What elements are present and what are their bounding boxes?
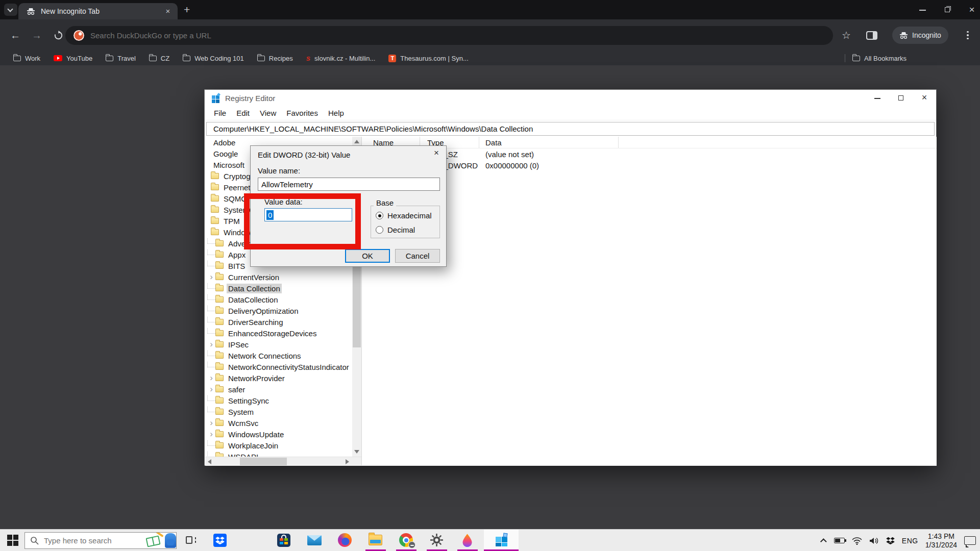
registry-editor-taskbar-tile[interactable]: [484, 530, 519, 551]
registry-minimize-button[interactable]: [866, 90, 889, 106]
bookmark-cz[interactable]: CZ: [149, 55, 169, 62]
ok-button[interactable]: OK: [345, 249, 390, 263]
firefox-icon[interactable]: [338, 533, 352, 547]
tree-item-workplacejoin[interactable]: WorkplaceJoin: [207, 440, 352, 451]
menu-view[interactable]: View: [255, 109, 281, 117]
menu-file[interactable]: File: [209, 109, 231, 117]
task-view-icon[interactable]: [184, 535, 196, 545]
browser-menu-icon[interactable]: [964, 30, 972, 40]
value-row-allowtelemetry[interactable]: AllowTelemetryREG_DWORD0x00000000 (0): [362, 160, 937, 171]
file-explorer-icon[interactable]: [369, 533, 383, 547]
tree-item-deliveryoptimization[interactable]: DeliveryOptimization: [207, 305, 352, 316]
tree-item-network-connections[interactable]: Network Connections: [207, 350, 352, 361]
all-bookmarks-button[interactable]: All Bookmarks: [852, 55, 906, 62]
registry-address-bar[interactable]: Computer\HKEY_LOCAL_MACHINE\SOFTWARE\Pol…: [206, 122, 935, 136]
radio-selected-icon[interactable]: [376, 212, 383, 219]
dropbox-taskbar-icon[interactable]: [213, 533, 227, 547]
bookmark-recipes[interactable]: Recipes: [257, 55, 293, 62]
tree-item-currentversion[interactable]: ›CurrentVersion: [207, 271, 352, 283]
tree-item-driversearching[interactable]: DriverSearching: [207, 316, 352, 328]
tree-item-settingsync[interactable]: SettingSync: [207, 395, 352, 406]
registry-titlebar[interactable]: Registry Editor ×: [205, 90, 936, 106]
tree-item-wsdapi[interactable]: WSDAPI: [207, 451, 352, 457]
bookmark-work[interactable]: Work: [13, 55, 40, 62]
tree-item-datacollection[interactable]: DataCollection: [207, 294, 352, 305]
expand-arrow-icon[interactable]: ›: [207, 418, 215, 428]
radio-hexadecimal[interactable]: Hexadecimal: [376, 211, 432, 220]
side-panel-icon[interactable]: [866, 31, 877, 40]
tree-item-windowsupdate[interactable]: ›WindowsUpdate: [207, 429, 352, 440]
dialog-close-icon[interactable]: ×: [427, 146, 446, 161]
new-tab-button[interactable]: +: [184, 4, 190, 15]
registry-maximize-button[interactable]: [889, 90, 913, 106]
menu-help[interactable]: Help: [323, 109, 349, 117]
action-center-icon[interactable]: [964, 536, 976, 545]
microsoft-store-icon[interactable]: [277, 533, 291, 547]
dialog-title: Edit DWORD (32-bit) Value: [258, 151, 350, 159]
volume-icon[interactable]: [869, 537, 879, 545]
tree-item-data-collection[interactable]: Data Collection: [207, 283, 352, 294]
start-button[interactable]: [7, 535, 18, 546]
expand-arrow-icon[interactable]: ›: [207, 373, 215, 383]
battery-icon[interactable]: [834, 538, 845, 543]
tab-new-incognito[interactable]: New Incognito Tab ×: [18, 3, 178, 19]
tab-close-icon[interactable]: ×: [163, 7, 173, 16]
radio-decimal[interactable]: Decimal: [376, 226, 415, 234]
scroll-right-icon[interactable]: [346, 459, 349, 464]
taskbar-search-input[interactable]: [44, 536, 145, 545]
menu-favorites[interactable]: Favorites: [281, 109, 323, 117]
tree-item-enhancedstoragedevices[interactable]: EnhancedStorageDevices: [207, 328, 352, 339]
language-indicator[interactable]: ENG: [902, 537, 918, 545]
bookmark-web-coding-101[interactable]: Web Coding 101: [183, 55, 244, 62]
registry-close-button[interactable]: ×: [913, 90, 936, 106]
tree-item-wcmsvc[interactable]: ›WcmSvc: [207, 417, 352, 429]
address-bar[interactable]: [65, 26, 833, 45]
wifi-icon[interactable]: [852, 537, 862, 545]
vertical-scroll-thumb[interactable]: [353, 256, 361, 347]
browser-restore-button[interactable]: [942, 5, 952, 15]
tree-item-ipsec[interactable]: ›IPSec: [207, 339, 352, 350]
scroll-up-icon[interactable]: [354, 140, 359, 143]
youtube-icon: [54, 55, 62, 61]
bookmark-slovnik-cz-multilin[interactable]: sslovnik.cz - Multilin...: [306, 55, 376, 62]
bookmark-star-icon[interactable]: ☆: [839, 19, 854, 51]
chrome-icon[interactable]: [399, 533, 413, 547]
back-icon[interactable]: ←: [7, 19, 23, 51]
clock[interactable]: 1:43 PM 1/31/2024: [925, 532, 957, 549]
cancel-button[interactable]: Cancel: [395, 249, 440, 263]
settings-gear-icon[interactable]: [430, 533, 444, 547]
address-input[interactable]: [90, 31, 833, 40]
tab-search-chevron-button[interactable]: [4, 4, 17, 16]
tray-expand-chevron-icon[interactable]: [822, 538, 827, 543]
browser-minimize-button[interactable]: [918, 5, 928, 15]
forward-icon[interactable]: →: [29, 19, 45, 51]
dropbox-tray-icon[interactable]: [886, 537, 895, 544]
expand-arrow-icon[interactable]: ›: [207, 272, 215, 282]
bookmark-thesaurus-com-syn[interactable]: TThesaurus.com | Syn...: [388, 55, 468, 62]
tree-item-label: Google: [212, 149, 239, 159]
browser-close-button[interactable]: ×: [967, 5, 977, 15]
value-name-field[interactable]: [258, 178, 440, 191]
reload-icon[interactable]: [50, 19, 66, 51]
bookmark-travel[interactable]: Travel: [106, 55, 136, 62]
taskbar-search-box[interactable]: [24, 532, 177, 549]
horizontal-scroll-thumb[interactable]: [240, 458, 287, 465]
mail-icon[interactable]: [307, 533, 322, 547]
radio-unselected-icon[interactable]: [376, 226, 383, 234]
scroll-left-icon[interactable]: [208, 459, 211, 464]
bookmark-youtube[interactable]: YouTube: [54, 55, 92, 62]
scroll-down-icon[interactable]: [354, 450, 359, 454]
tree-item-label: Peernet: [222, 183, 252, 192]
tree-item-networkprovider[interactable]: ›NetworkProvider: [207, 372, 352, 384]
paint-droplet-icon[interactable]: [460, 533, 475, 547]
tree-horizontal-scrollbar[interactable]: [205, 457, 361, 465]
tree-item-networkconnectivitystatusindicator[interactable]: NetworkConnectivityStatusIndicator: [207, 361, 352, 372]
tree-item-system[interactable]: System: [207, 406, 352, 417]
tree-item-safer[interactable]: ›safer: [207, 384, 352, 395]
expand-arrow-icon[interactable]: ›: [207, 429, 215, 439]
menu-edit[interactable]: Edit: [231, 109, 255, 117]
expand-arrow-icon[interactable]: ›: [207, 384, 215, 394]
value-row-default[interactable]: (Default)REG_SZ(value not set): [362, 148, 937, 160]
column-header-data[interactable]: Data: [479, 137, 619, 148]
expand-arrow-icon[interactable]: ›: [207, 339, 215, 349]
